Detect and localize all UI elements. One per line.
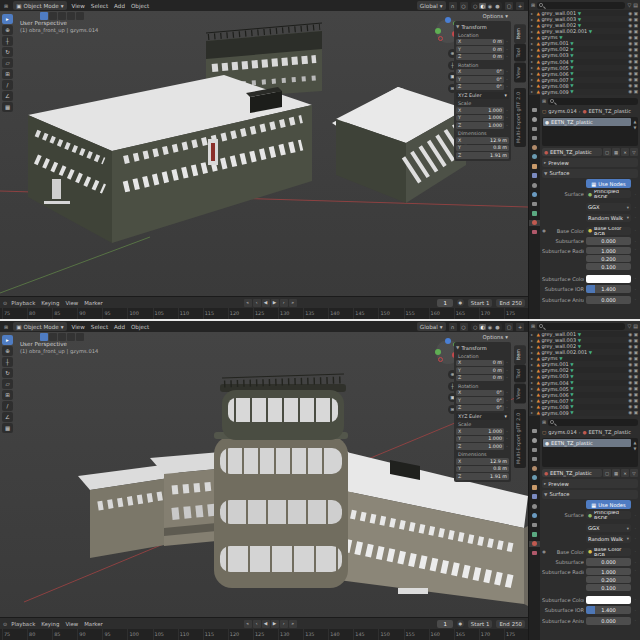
select-mode-invert-icon[interactable]: [67, 333, 75, 341]
scroll-up-icon[interactable]: ▲: [634, 440, 637, 445]
camera-visibility-icon[interactable]: ▣: [634, 350, 638, 355]
subsurface-ior-slider[interactable]: 1.400: [586, 285, 631, 293]
tab-view[interactable]: View: [514, 384, 526, 404]
rotation-mode-dropdown[interactable]: XYZ Euler▾: [456, 413, 509, 420]
solid-shading-icon[interactable]: ◐: [479, 3, 486, 9]
unlink-button[interactable]: ×: [621, 148, 629, 156]
tab-view[interactable]: View: [514, 63, 526, 83]
tab-multi-export-gltf[interactable]: Multi-Export glTF 2.0: [514, 409, 526, 468]
select-mode-invert-icon[interactable]: [67, 12, 75, 20]
outliner-editor-icon[interactable]: ⊞: [531, 2, 535, 8]
outliner-search-input[interactable]: [537, 323, 625, 330]
radius-field[interactable]: 0.100: [586, 584, 631, 591]
x-axis-neg-dot[interactable]: [438, 36, 443, 41]
base-color-field[interactable]: ●Base Color RGB: [586, 548, 631, 556]
scale-field[interactable]: X1.000: [456, 428, 504, 435]
timeline-ruler[interactable]: 7580859095100105110115120125130135140145…: [0, 308, 528, 319]
scroll-down-icon[interactable]: ▼: [634, 446, 637, 451]
y-axis-dot[interactable]: [435, 28, 441, 34]
play-reverse-button[interactable]: ◀: [262, 620, 270, 628]
lock-icon[interactable]: ·: [505, 444, 509, 449]
material-shading-icon[interactable]: ◉: [486, 3, 493, 9]
z-axis-dot[interactable]: [445, 17, 451, 23]
rotation-field[interactable]: Z0°: [456, 405, 504, 412]
camera-visibility-icon[interactable]: ▣: [634, 83, 638, 88]
properties-search-input[interactable]: [548, 419, 638, 426]
select-mode-subtract-icon[interactable]: [58, 333, 66, 341]
play-button[interactable]: ▶: [271, 299, 279, 307]
menu-item[interactable]: Keying: [41, 621, 59, 627]
camera-visibility-icon[interactable]: ▣: [634, 11, 638, 16]
lock-icon[interactable]: ·: [505, 115, 509, 120]
lock-icon[interactable]: ·: [505, 47, 509, 52]
expand-icon[interactable]: ▸: [531, 380, 535, 385]
z-axis-dot[interactable]: [445, 338, 451, 344]
breadcrumb-object[interactable]: gzyms.014: [548, 429, 576, 435]
lock-icon[interactable]: ·: [505, 375, 509, 380]
radius-field[interactable]: 0.100: [586, 263, 631, 270]
lock-icon[interactable]: ·: [505, 405, 509, 410]
eye-icon[interactable]: ◉: [628, 410, 632, 415]
menu-item[interactable]: Add: [114, 324, 125, 330]
snap-magnet-icon[interactable]: ∩: [449, 2, 457, 10]
wireframe-shading-icon[interactable]: ○: [472, 324, 479, 330]
editor-type-icon[interactable]: ⊞: [4, 324, 8, 330]
preview-panel-header[interactable]: ▸Preview: [542, 158, 638, 167]
tab-world-icon[interactable]: [529, 154, 540, 160]
prev-keyframe-button[interactable]: ‹: [253, 620, 261, 628]
current-frame-field[interactable]: 1: [437, 299, 452, 307]
rotation-field[interactable]: X0°: [456, 69, 504, 76]
transform-panel-header[interactable]: ▼Transform: [456, 344, 509, 351]
tab-constraints-icon[interactable]: [529, 201, 540, 207]
menu-item[interactable]: Playback: [11, 300, 35, 306]
timeline-editor-icon[interactable]: ⊙: [3, 621, 7, 627]
select-mode-new-icon[interactable]: [40, 12, 48, 20]
location-field[interactable]: Z0 m: [456, 375, 504, 382]
menu-item[interactable]: View: [65, 300, 78, 306]
scroll-up-icon[interactable]: ▲: [634, 119, 637, 124]
menu-item[interactable]: Select: [91, 324, 108, 330]
material-shading-icon[interactable]: ◉: [486, 324, 493, 330]
eye-icon[interactable]: ◉: [628, 404, 632, 409]
camera-visibility-icon[interactable]: ▣: [634, 338, 638, 343]
sss-method-dropdown[interactable]: Random Walk▾: [586, 535, 631, 543]
properties-search-input[interactable]: [548, 98, 638, 105]
tab-particles-icon[interactable]: [529, 182, 540, 188]
tab-render-icon[interactable]: [529, 116, 540, 122]
tab-modifiers-icon[interactable]: [529, 173, 540, 179]
gizmos-icon[interactable]: +: [516, 2, 524, 10]
tab-constraints-icon[interactable]: [529, 522, 540, 528]
eye-icon[interactable]: ◉: [628, 356, 632, 361]
expand-icon[interactable]: ▸: [531, 386, 535, 391]
eye-icon[interactable]: ◉: [628, 35, 632, 40]
frame-start-field[interactable]: Start1: [468, 620, 493, 628]
filter-icon[interactable]: ▽: [627, 2, 631, 8]
tab-tool-icon[interactable]: [529, 107, 540, 113]
breadcrumb-material[interactable]: EETN_TZ_plastic: [589, 108, 631, 114]
camera-visibility-icon[interactable]: ▣: [634, 392, 638, 397]
tab-output-icon[interactable]: [529, 447, 540, 453]
tab-item[interactable]: Item: [514, 24, 526, 43]
expand-icon[interactable]: ▸: [531, 338, 535, 343]
expand-icon[interactable]: ▸: [531, 41, 535, 46]
frame-end-field[interactable]: End250: [496, 299, 525, 307]
camera-visibility-icon[interactable]: ▣: [634, 47, 638, 52]
radius-field[interactable]: 1.000: [586, 568, 631, 575]
camera-visibility-icon[interactable]: ▣: [634, 59, 638, 64]
menu-item[interactable]: View: [72, 324, 85, 330]
specials-button[interactable]: ▽: [630, 148, 638, 156]
location-field[interactable]: Z0 m: [456, 54, 504, 61]
location-field[interactable]: X0 m: [456, 360, 504, 367]
expand-icon[interactable]: ▸: [531, 71, 535, 76]
camera-visibility-icon[interactable]: ▣: [634, 89, 638, 94]
lock-icon[interactable]: ·: [505, 39, 509, 44]
fake-user-button[interactable]: ▢: [603, 469, 611, 477]
camera-visibility-icon[interactable]: ▣: [634, 410, 638, 415]
gizmos-icon[interactable]: +: [516, 323, 524, 331]
transform-tool-button[interactable]: ⊞: [2, 69, 13, 79]
tab-tool[interactable]: Tool: [514, 365, 526, 383]
camera-visibility-icon[interactable]: ▣: [634, 23, 638, 28]
expand-icon[interactable]: ▸: [531, 356, 535, 361]
subsurface-slider[interactable]: 0.000: [586, 237, 631, 245]
expand-icon[interactable]: ▸: [531, 410, 535, 415]
